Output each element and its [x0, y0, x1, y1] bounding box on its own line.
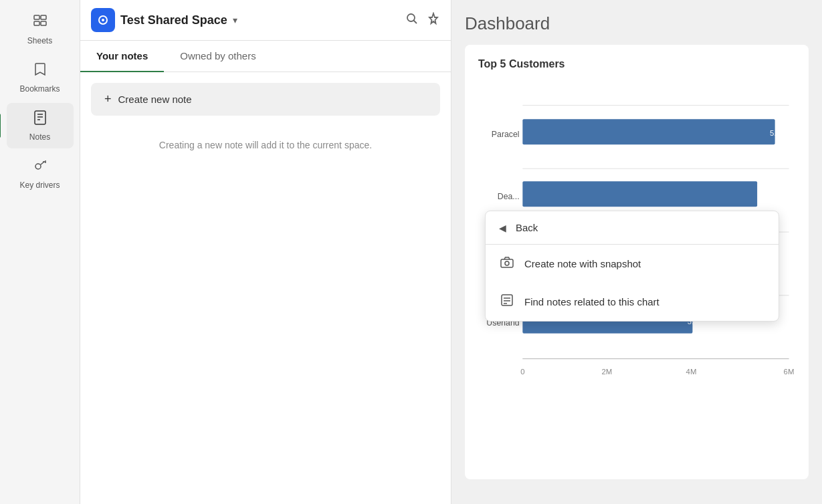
svg-rect-25	[522, 181, 757, 207]
back-arrow-icon: ◀	[499, 223, 506, 233]
create-note-button[interactable]: + Create new note	[91, 83, 440, 116]
svg-rect-22	[522, 119, 775, 144]
search-icon[interactable]	[405, 12, 419, 29]
notes-icon	[33, 110, 47, 130]
svg-point-13	[102, 19, 104, 21]
create-note-snapshot-label: Create note with snapshot	[524, 258, 641, 269]
header-actions	[405, 12, 440, 29]
svg-rect-0	[34, 15, 39, 19]
pin-icon[interactable]	[427, 12, 440, 29]
sidebar-sheets-label: Sheets	[27, 36, 52, 45]
chart-title: Top 5 Customers	[478, 58, 795, 70]
bookmarks-icon	[33, 61, 47, 82]
camera-icon	[499, 255, 515, 272]
chevron-down-icon[interactable]: ▾	[233, 15, 237, 25]
svg-text:6M: 6M	[784, 368, 795, 376]
sidebar-notes-label: Notes	[29, 132, 50, 142]
empty-state-text: Creating a new note will add it to the c…	[80, 126, 451, 164]
svg-text:5.69M: 5.69M	[770, 129, 791, 137]
svg-text:4M: 4M	[686, 368, 697, 376]
create-note-label: Create new note	[118, 94, 192, 105]
tab-your-notes[interactable]: Your notes	[80, 41, 164, 72]
svg-point-8	[35, 164, 41, 169]
sidebar-item-bookmarks[interactable]: Bookmarks	[7, 55, 74, 100]
sidebar-item-key-drivers[interactable]: Key drivers	[7, 151, 74, 197]
create-note-snapshot-item[interactable]: Create note with snapshot	[486, 245, 779, 283]
sidebar-key-drivers-label: Key drivers	[19, 180, 60, 190]
notes-header: Test Shared Space ▾	[80, 0, 451, 41]
svg-line-15	[414, 20, 417, 23]
sidebar: Sheets Bookmarks Notes	[0, 0, 80, 504]
plus-icon: +	[104, 92, 112, 106]
space-icon	[91, 8, 115, 32]
back-button[interactable]: ◀ Back	[486, 211, 779, 245]
chart-card: Top 5 Customers Paracel 5.69M Dea... Tal…	[465, 45, 809, 479]
dropdown-menu: ◀ Back Create note with snapshot	[485, 211, 779, 322]
sidebar-item-sheets[interactable]: Sheets	[7, 7, 74, 52]
space-title: Test Shared Space	[120, 13, 227, 27]
dashboard-title: Dashboard	[465, 13, 809, 34]
svg-text:Paracel: Paracel	[492, 130, 520, 139]
svg-rect-2	[34, 21, 39, 25]
key-drivers-icon	[32, 158, 48, 178]
find-notes-chart-item[interactable]: Find notes related to this chart	[486, 283, 779, 321]
sheets-icon	[32, 13, 48, 33]
sidebar-item-notes[interactable]: Notes	[7, 103, 74, 148]
notes-panel: Test Shared Space ▾ Your notes Owned by …	[80, 0, 451, 504]
notes-chart-icon	[499, 293, 515, 310]
svg-text:0: 0	[520, 368, 524, 376]
svg-rect-37	[501, 259, 513, 267]
back-label: Back	[516, 222, 538, 233]
sidebar-bookmarks-label: Bookmarks	[19, 84, 60, 94]
tabs: Your notes Owned by others	[80, 41, 451, 72]
svg-rect-4	[35, 111, 45, 124]
svg-point-38	[505, 261, 509, 265]
notes-header-left: Test Shared Space ▾	[91, 8, 237, 32]
find-notes-chart-label: Find notes related to this chart	[524, 296, 659, 307]
svg-rect-1	[41, 15, 46, 19]
svg-point-14	[407, 14, 415, 21]
dashboard: Dashboard Top 5 Customers Paracel 5.69M …	[451, 0, 822, 504]
tab-owned-by-others[interactable]: Owned by others	[164, 41, 272, 72]
svg-text:2M: 2M	[602, 368, 613, 376]
svg-text:Dea...: Dea...	[498, 192, 520, 201]
svg-rect-3	[41, 21, 46, 25]
